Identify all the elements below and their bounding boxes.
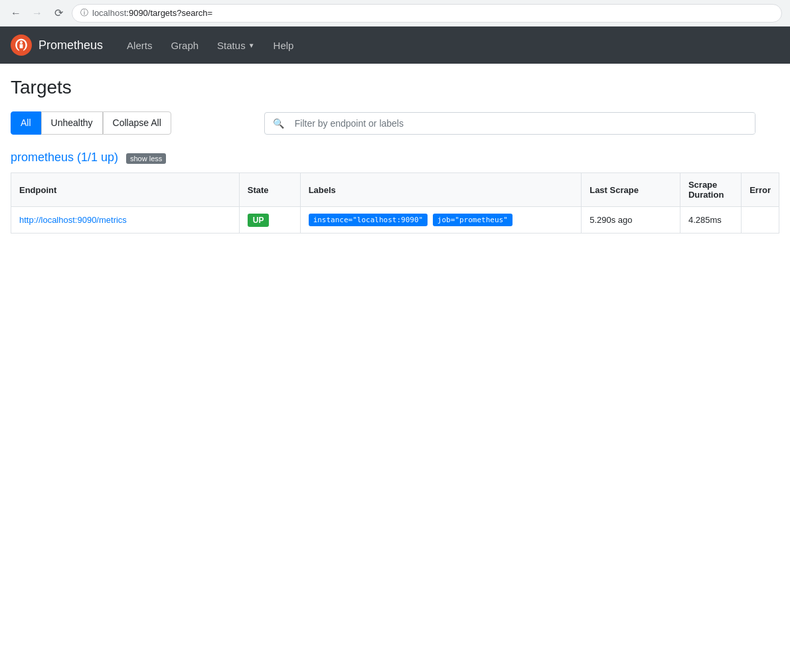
back-button[interactable]: ← [8,5,24,21]
brand-text: Prometheus [39,38,103,52]
table-head: Endpoint State Labels Last Scrape Scrape… [11,173,779,207]
filter-btn-group: All Unhealthy Collapse All [11,111,171,135]
address-bar-url: localhost:9090/targets?search= [92,8,212,18]
label-badge-instance: instance="localhost:9090" [309,214,428,226]
label-badge-job: job="prometheus" [433,214,513,226]
url-origin: localhost [92,8,126,18]
nav-item-status[interactable]: Status ▼ [209,34,262,56]
nav-item-graph[interactable]: Graph [163,40,206,51]
search-wrapper: 🔍 [264,112,755,135]
page-content: Targets All Unhealthy Collapse All 🔍 pro… [0,64,790,247]
th-last-scrape: Last Scrape [582,173,680,207]
search-input[interactable] [292,113,755,133]
nav-link-alerts[interactable]: Alerts [119,34,160,56]
nav-item-help[interactable]: Help [266,40,302,51]
table-body: http://localhost:9090/metrics UP instanc… [11,207,779,234]
target-group-prometheus: prometheus (1/1 up) show less Endpoint S… [11,151,779,234]
target-group-link[interactable]: prometheus (1/1 up) [11,151,118,164]
th-labels: Labels [300,173,582,207]
cell-scrape-duration: 4.285ms [680,207,741,234]
svg-rect-1 [20,44,23,48]
address-bar[interactable]: ⓘ localhost:9090/targets?search= [72,4,782,23]
filter-all-button[interactable]: All [11,111,41,135]
targets-table: Endpoint State Labels Last Scrape Scrape… [11,172,779,234]
nav-link-status[interactable]: Status ▼ [209,34,262,56]
show-less-button[interactable]: show less [126,153,166,164]
table-row: http://localhost:9090/metrics UP instanc… [11,207,779,234]
filter-collapse-button[interactable]: Collapse All [103,111,171,135]
th-state: State [239,173,300,207]
th-error: Error [742,173,779,207]
cell-last-scrape: 5.290s ago [582,207,680,234]
page-title: Targets [11,77,779,98]
filter-bar: All Unhealthy Collapse All 🔍 [11,111,779,135]
endpoint-link[interactable]: http://localhost:9090/metrics [19,215,127,225]
dropdown-arrow-icon: ▼ [248,42,255,49]
filter-unhealthy-button[interactable]: Unhealthy [41,111,103,135]
brand-link[interactable]: Prometheus [11,34,103,56]
navbar-nav: Alerts Graph Status ▼ Help [119,34,301,56]
svg-point-2 [20,41,23,44]
cell-error [742,207,779,234]
forward-button[interactable]: → [29,5,45,21]
table-header-row: Endpoint State Labels Last Scrape Scrape… [11,173,779,207]
nav-link-help[interactable]: Help [266,34,302,56]
search-icon: 🔍 [265,113,292,134]
state-badge: UP [248,214,270,227]
nav-link-graph[interactable]: Graph [163,34,206,56]
cell-endpoint: http://localhost:9090/metrics [11,207,240,234]
cell-labels: instance="localhost:9090" job="prometheu… [300,207,582,234]
reload-button[interactable]: ⟳ [50,5,66,21]
th-scrape-duration: Scrape Duration [680,173,741,207]
th-endpoint: Endpoint [11,173,240,207]
url-path: :9090/targets?search= [126,8,212,18]
navbar: Prometheus Alerts Graph Status ▼ Help [0,27,790,64]
cell-state: UP [239,207,300,234]
browser-chrome: ← → ⟳ ⓘ localhost:9090/targets?search= [0,0,790,27]
lock-icon: ⓘ [80,7,88,19]
nav-item-alerts[interactable]: Alerts [119,40,160,51]
target-group-header: prometheus (1/1 up) show less [11,151,779,165]
prometheus-logo [11,34,32,56]
